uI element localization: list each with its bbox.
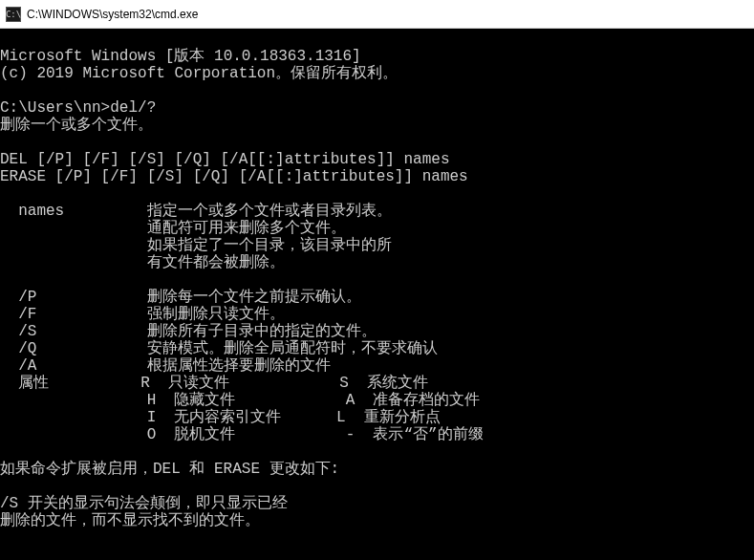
output-line: /F 强制删除只读文件。 xyxy=(0,306,285,323)
output-line: 通配符可用来删除多个文件。 xyxy=(0,220,346,237)
output-line: I 无内容索引文件 L 重新分析点 xyxy=(0,409,441,426)
output-line: /S 删除所有子目录中的指定的文件。 xyxy=(0,323,377,340)
output-line: Microsoft Windows [版本 10.0.18363.1316] xyxy=(0,48,361,65)
output-line: DEL [/P] [/F] [/S] [/Q] [/A[[:]attribute… xyxy=(0,151,449,168)
output-line: H 隐藏文件 A 准备存档的文件 xyxy=(0,392,480,409)
output-line: ERASE [/P] [/F] [/S] [/Q] [/A[[:]attribu… xyxy=(0,168,468,185)
terminal-output[interactable]: Microsoft Windows [版本 10.0.18363.1316] (… xyxy=(0,29,754,560)
output-line: /Q 安静模式。删除全局通配符时，不要求确认 xyxy=(0,340,438,357)
output-line: /P 删除每一个文件之前提示确认。 xyxy=(0,289,361,306)
output-line: 如果指定了一个目录，该目录中的所 xyxy=(0,237,392,254)
output-line: 属性 R 只读文件 S 系统文件 xyxy=(0,375,428,392)
output-line: 删除的文件，而不显示找不到的文件。 xyxy=(0,512,260,529)
output-line: 有文件都会被删除。 xyxy=(0,254,285,271)
cmd-icon: C:\ xyxy=(6,7,21,22)
output-line: O 脱机文件 - 表示“否”的前缀 xyxy=(0,426,484,443)
output-line: (c) 2019 Microsoft Corporation。保留所有权利。 xyxy=(0,65,398,82)
output-line: /A 根据属性选择要删除的文件 xyxy=(0,357,331,375)
output-line: 如果命令扩展被启用，DEL 和 ERASE 更改如下: xyxy=(0,461,339,478)
prompt-line: C:\Users\nn>del/? xyxy=(0,99,156,117)
output-line: names 指定一个或多个文件或者目录列表。 xyxy=(0,203,392,220)
output-line: 删除一个或多个文件。 xyxy=(0,117,153,134)
output-line: /S 开关的显示句法会颠倒，即只显示已经 xyxy=(0,495,288,512)
window-titlebar[interactable]: C:\ C:\WINDOWS\system32\cmd.exe xyxy=(0,0,754,29)
window-title: C:\WINDOWS\system32\cmd.exe xyxy=(27,8,198,21)
